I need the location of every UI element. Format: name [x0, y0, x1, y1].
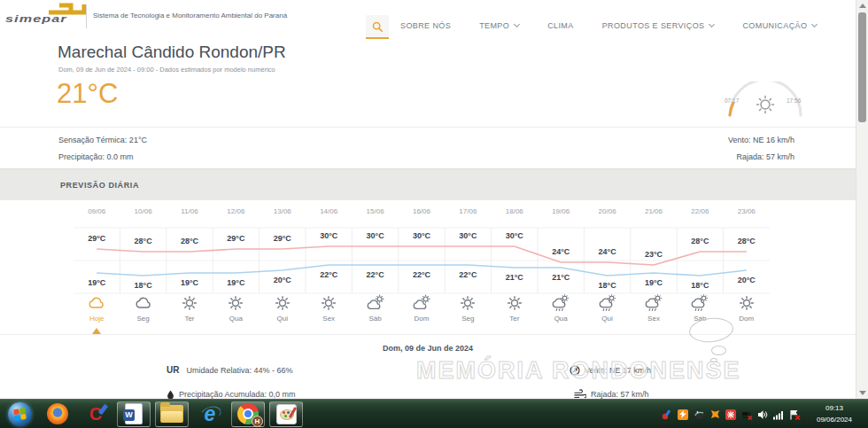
taskbar-app-paint[interactable]	[269, 401, 303, 427]
sun-icon	[492, 293, 538, 313]
forecast-day-14-06[interactable]: 14/0630°C22°CSex	[306, 202, 352, 334]
clock-date: 09/06/2024	[804, 414, 864, 425]
chevron-down-icon	[709, 21, 715, 27]
forecast-date: 21/06	[631, 207, 677, 215]
forecast-day-10-06[interactable]: 10/0628°C18°CSeg	[120, 202, 166, 334]
min-temp: 22°C	[445, 270, 491, 279]
tray-cleaner-icon[interactable]	[661, 409, 673, 421]
min-temp: 18°C	[584, 281, 630, 290]
rain-icon	[677, 293, 723, 313]
current-temperature: 21°C	[57, 78, 118, 110]
forecast-day-label: Qui	[584, 315, 630, 323]
browser-scrollbar[interactable]	[856, 0, 868, 399]
min-temp: 22°C	[306, 270, 352, 279]
taskbar-clock[interactable]: 09:13 09/06/2024	[804, 402, 864, 425]
scrollbar-thumb[interactable]	[858, 12, 866, 122]
nav-item-produtos-e-servi-os[interactable]: PRODUTOS E SERVIÇOS	[602, 21, 715, 30]
sun-icon	[167, 293, 213, 313]
max-temp: 30°C	[399, 231, 445, 240]
max-temp: 30°C	[445, 231, 491, 240]
forecast-day-label: Hoje	[74, 315, 120, 323]
taskbar-app-explorer[interactable]	[155, 401, 189, 427]
scrollbar-down-arrow[interactable]	[859, 391, 866, 395]
forecast-day-16-06[interactable]: 16/0630°C22°CDom	[399, 202, 445, 334]
max-temp: 28°C	[167, 237, 213, 245]
forecast-day-13-06[interactable]: 13/0629°C20°CQui	[260, 202, 306, 334]
forecast-day-label: Ter	[492, 315, 538, 323]
sun-icon	[757, 97, 774, 113]
forecast-day-23-06[interactable]: 23/0628°C20°CDom	[724, 202, 770, 334]
min-temp: 20°C	[260, 276, 306, 284]
tray-action-center-flag-icon[interactable]	[788, 409, 801, 421]
forecast-day-19-06[interactable]: 19/0624°C21°CQua	[538, 202, 584, 334]
max-temp: 29°C	[260, 234, 306, 243]
forecast-date: 13/06	[260, 207, 306, 215]
nav-item-comunica-o[interactable]: COMUNICAÇÃO	[742, 21, 817, 30]
taskbar-app-ccleaner[interactable]: C	[79, 401, 112, 427]
forecast-day-17-06[interactable]: 17/0630°C22°CSeg	[445, 202, 491, 334]
forecast-day-11-06[interactable]: 11/0628°C19°CTer	[167, 202, 213, 334]
taskbar-app-start[interactable]	[3, 401, 36, 427]
start-orb-icon	[8, 402, 32, 426]
selected-day-title: Dom, 09 de Jun de 2024	[0, 344, 856, 353]
min-temp: 18°C	[677, 281, 723, 290]
precipitation-now: Precipitação: 0.0 mm	[58, 149, 147, 166]
max-temp: 30°C	[492, 231, 538, 240]
tray-recorder-icon[interactable]	[725, 409, 737, 421]
max-temp: 24°C	[538, 247, 584, 256]
search-button[interactable]	[366, 15, 389, 39]
internet-explorer-icon: e	[199, 403, 221, 424]
folder-icon	[160, 405, 183, 423]
taskbar-app-internet-explorer[interactable]: e	[193, 401, 227, 427]
nav-item-tempo[interactable]: TEMPO	[479, 21, 519, 30]
sun-icon	[724, 293, 770, 313]
min-temp: 21°C	[538, 273, 584, 282]
forecast-day-22-06[interactable]: 22/0628°C18°CSáb	[677, 202, 723, 334]
gust-value: Rajada: 57 km/h	[591, 390, 649, 399]
paint-icon	[276, 404, 297, 424]
taskbar-app-firefox[interactable]	[41, 401, 74, 427]
min-temp: 19°C	[167, 278, 213, 287]
max-temp: 28°C	[677, 237, 723, 245]
sun-icon	[213, 293, 259, 313]
gust-now: Rajada: 57 km/h	[617, 149, 794, 166]
tray-network-bars-icon[interactable]	[772, 409, 785, 421]
forecast-day-label: Sáb	[677, 315, 723, 323]
nav-label: SOBRE NÓS	[400, 21, 451, 30]
wind-now: Vento: NE 16 km/h	[617, 132, 794, 149]
main-nav: SOBRE NÓSTEMPOCLIMAPRODUTOS E SERVIÇOSCO…	[400, 21, 817, 30]
forecast-date: 22/06	[677, 207, 723, 215]
forecast-date: 10/06	[120, 207, 166, 215]
nav-item-sobre-n-s[interactable]: SOBRE NÓS	[400, 21, 451, 30]
tray-avast-bolt-icon[interactable]	[677, 409, 689, 421]
forecast-date: 11/06	[167, 207, 213, 215]
page-title: Marechal Cândido Rondon/PR	[58, 43, 286, 62]
weather-page: simepar Sistema de Tecnologia e Monitora…	[0, 0, 868, 428]
forecast-day-12-06[interactable]: 12/0629°C19°CQua	[213, 202, 259, 334]
tray-avast-x-icon[interactable]	[709, 409, 721, 421]
forecast-date: 18/06	[492, 207, 538, 215]
forecast-date: 20/06	[584, 207, 630, 215]
tray-no-internet-plug-icon[interactable]	[740, 409, 753, 421]
forecast-date: 17/06	[445, 207, 491, 215]
forecast-day-label: Qua	[538, 315, 584, 323]
nav-item-clima[interactable]: CLIMA	[547, 21, 574, 30]
taskbar-app-word[interactable]: W	[117, 401, 151, 427]
max-temp: 30°C	[306, 231, 352, 240]
taskbar-app-chrome[interactable]: H	[231, 401, 265, 427]
logo-separator	[86, 4, 87, 28]
sunrise-time: 07:17	[725, 97, 739, 104]
forecast-day-20-06[interactable]: 20/0624°C18°CQui	[584, 202, 630, 334]
tray-globe-icon[interactable]	[693, 409, 705, 421]
max-temp: 29°C	[74, 234, 120, 243]
forecast-day-15-06[interactable]: 15/0630°C22°CSáb	[352, 202, 398, 334]
forecast-day-21-06[interactable]: 21/0623°C19°CSex	[631, 202, 677, 334]
forecast-date: 12/06	[213, 207, 259, 215]
forecast-day-18-06[interactable]: 18/0630°C21°CTer	[492, 202, 538, 334]
min-temp: 22°C	[399, 270, 445, 279]
forecast-date: 19/06	[538, 207, 584, 215]
tray-volume-icon[interactable]	[756, 409, 769, 421]
scrollbar-up-arrow[interactable]	[859, 4, 866, 8]
forecast-day-09-06[interactable]: 09/0629°C19°CHoje	[74, 202, 120, 334]
chevron-down-icon	[811, 21, 818, 27]
